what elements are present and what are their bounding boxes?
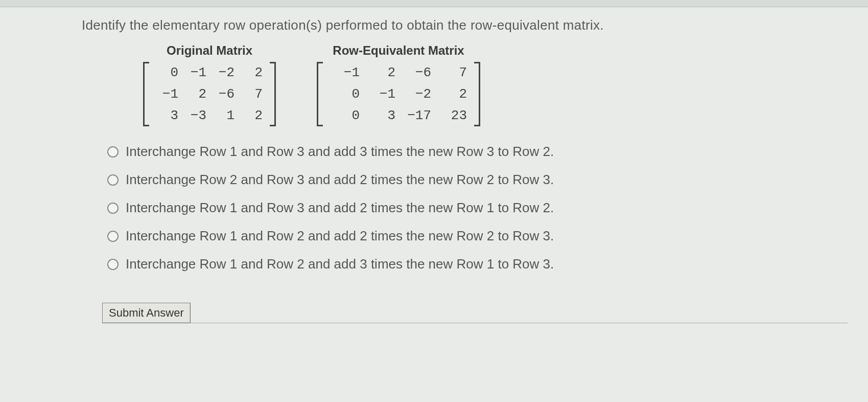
matrix-cell: −1 bbox=[327, 65, 363, 80]
matrix-cell: 0 bbox=[153, 65, 181, 80]
question-prompt: Identify the elementary row operation(s)… bbox=[82, 17, 848, 33]
matrix-cell: 1 bbox=[209, 108, 238, 123]
answer-option-5[interactable]: Interchange Row 1 and Row 2 and add 3 ti… bbox=[107, 256, 848, 272]
radio-icon[interactable] bbox=[107, 259, 119, 270]
matrix-cell: 23 bbox=[434, 108, 470, 123]
option-label: Interchange Row 1 and Row 2 and add 2 ti… bbox=[126, 228, 554, 244]
divider bbox=[191, 323, 848, 323]
submit-answer-button[interactable]: Submit Answer bbox=[102, 303, 191, 323]
original-matrix: 0 −1 −2 2 −1 2 −6 7 3 −3 1 2 bbox=[143, 62, 276, 126]
radio-icon[interactable] bbox=[107, 203, 119, 214]
matrix-cell: −2 bbox=[209, 65, 238, 80]
matrix-cell: −6 bbox=[209, 86, 238, 102]
matrix-cell: −17 bbox=[398, 108, 434, 123]
answer-option-2[interactable]: Interchange Row 2 and Row 3 and add 2 ti… bbox=[107, 172, 848, 188]
original-matrix-cells: 0 −1 −2 2 −1 2 −6 7 3 −3 1 2 bbox=[150, 62, 269, 126]
radio-icon[interactable] bbox=[107, 174, 119, 186]
matrix-cell: 7 bbox=[238, 86, 266, 102]
matrix-cell: 0 bbox=[327, 86, 363, 102]
option-label: Interchange Row 1 and Row 2 and add 3 ti… bbox=[126, 256, 554, 272]
option-label: Interchange Row 1 and Row 3 and add 3 ti… bbox=[126, 144, 554, 160]
matrix-cell: −3 bbox=[181, 108, 209, 123]
radio-icon[interactable] bbox=[107, 146, 119, 158]
left-bracket-icon bbox=[317, 62, 324, 126]
original-matrix-title: Original Matrix bbox=[143, 43, 276, 58]
answer-options: Interchange Row 1 and Row 3 and add 3 ti… bbox=[107, 144, 848, 272]
matrix-cell: 2 bbox=[363, 65, 398, 80]
matrices-row: Original Matrix 0 −1 −2 2 −1 2 −6 7 3 −3… bbox=[143, 43, 848, 128]
matrix-cell: 2 bbox=[238, 108, 266, 123]
matrix-cell: 7 bbox=[434, 65, 470, 80]
right-bracket-icon bbox=[473, 62, 480, 126]
radio-icon[interactable] bbox=[107, 231, 119, 242]
matrix-cell: −2 bbox=[398, 86, 434, 102]
row-equivalent-matrix-block: Row-Equivalent Matrix −1 2 −6 7 0 −1 −2 … bbox=[317, 43, 480, 128]
matrix-cell: −1 bbox=[181, 65, 209, 80]
question-container: Identify the elementary row operation(s)… bbox=[0, 7, 868, 333]
matrix-cell: 2 bbox=[238, 65, 266, 80]
row-equivalent-matrix: −1 2 −6 7 0 −1 −2 2 0 3 −17 23 bbox=[317, 62, 480, 126]
matrix-cell: 2 bbox=[181, 86, 209, 102]
answer-option-3[interactable]: Interchange Row 1 and Row 3 and add 2 ti… bbox=[107, 200, 848, 216]
left-bracket-icon bbox=[143, 62, 150, 126]
matrix-cell: −1 bbox=[363, 86, 398, 102]
matrix-cell: −6 bbox=[398, 65, 434, 80]
submit-area: Submit Answer bbox=[102, 303, 848, 323]
matrix-cell: 2 bbox=[434, 86, 470, 102]
option-label: Interchange Row 2 and Row 3 and add 2 ti… bbox=[126, 172, 554, 188]
original-matrix-block: Original Matrix 0 −1 −2 2 −1 2 −6 7 3 −3… bbox=[143, 43, 276, 128]
row-equivalent-matrix-cells: −1 2 −6 7 0 −1 −2 2 0 3 −17 23 bbox=[324, 62, 473, 126]
option-label: Interchange Row 1 and Row 3 and add 2 ti… bbox=[126, 200, 554, 216]
matrix-cell: 3 bbox=[363, 108, 398, 123]
matrix-cell: 0 bbox=[327, 108, 363, 123]
answer-option-4[interactable]: Interchange Row 1 and Row 2 and add 2 ti… bbox=[107, 228, 848, 244]
answer-option-1[interactable]: Interchange Row 1 and Row 3 and add 3 ti… bbox=[107, 144, 848, 160]
right-bracket-icon bbox=[269, 62, 276, 126]
top-border bbox=[0, 0, 868, 7]
matrix-cell: −1 bbox=[153, 86, 181, 102]
row-equivalent-matrix-title: Row-Equivalent Matrix bbox=[317, 43, 480, 58]
matrix-cell: 3 bbox=[153, 108, 181, 123]
